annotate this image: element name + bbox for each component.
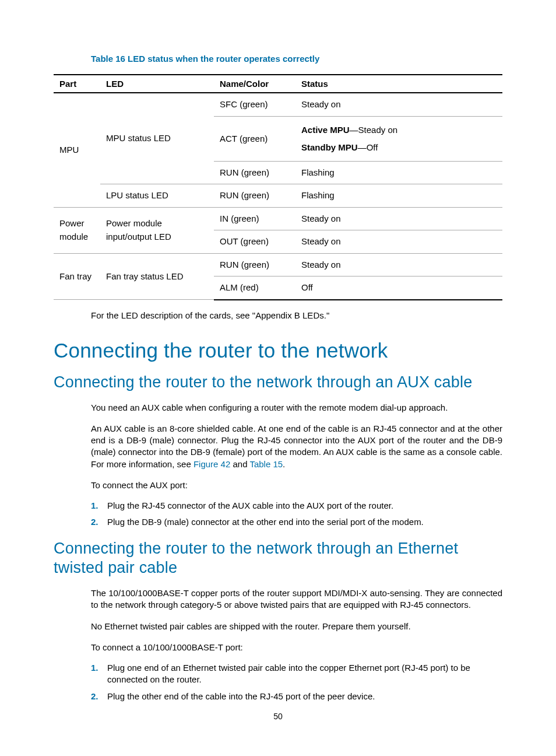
cell-led-power: Power module input/output LED (100, 207, 214, 253)
cell-status: Active MPU—Steady on Standby MPU—Off (295, 116, 502, 161)
table-row: Power module Power module input/output L… (54, 207, 502, 230)
cell-led-fan: Fan tray status LED (100, 253, 214, 300)
list-item: Plug the DB-9 (male) connector at the ot… (91, 516, 502, 528)
list-item: Plug the RJ-45 connector of the AUX cabl… (91, 500, 502, 512)
link-figure-42[interactable]: Figure 42 (193, 459, 230, 469)
note-suffix: ." (324, 310, 330, 320)
eth-para-3: To connect a 10/100/1000BASE-T port: (91, 642, 502, 653)
led-status-table: Part LED Name/Color Status MPU MPU statu… (54, 74, 502, 300)
cell-status: Flashing (295, 184, 502, 208)
aux-p2-c: . (283, 459, 285, 469)
cell-status: Off (295, 276, 502, 300)
cell-name: RUN (green) (214, 161, 295, 184)
eth-steps: Plug one end of an Ethernet twisted pair… (91, 662, 502, 702)
th-status: Status (295, 75, 502, 93)
aux-para-2: An AUX cable is an 8-core shielded cable… (91, 423, 502, 470)
section-heading-connecting: Connecting the router to the network (54, 339, 502, 362)
cell-name: SFC (green) (214, 93, 295, 116)
cell-led-lpu: LPU status LED (100, 184, 214, 208)
aux-p2-a: An AUX cable is an 8-core shielded cable… (91, 424, 502, 469)
subsection-heading-aux: Connecting the router to the network thr… (54, 373, 502, 393)
note-prefix: For the LED description of the cards, se… (91, 310, 255, 320)
cell-status: Flashing (295, 161, 502, 184)
th-name: Name/Color (214, 75, 295, 93)
subsection-heading-ethernet: Connecting the router to the network thr… (54, 539, 502, 579)
cell-name: OUT (green) (214, 230, 295, 254)
cell-led-mpu: MPU status LED (100, 93, 214, 184)
cell-status: Steady on (295, 253, 502, 276)
cell-status: Steady on (295, 230, 502, 254)
cell-part-fan: Fan tray (54, 253, 100, 300)
table-row: MPU MPU status LED SFC (green) Steady on (54, 93, 502, 116)
active-mpu-value: —Steady on (350, 125, 398, 135)
cell-name: RUN (green) (214, 184, 295, 208)
table-header-row: Part LED Name/Color Status (54, 75, 502, 93)
cell-name: ACT (green) (214, 116, 295, 161)
document-page: Table 16 LED status when the router oper… (0, 0, 556, 756)
cell-part-power: Power module (54, 207, 100, 253)
eth-para-2: No Ethernet twisted pair cables are ship… (91, 621, 502, 632)
aux-steps: Plug the RJ-45 connector of the AUX cabl… (91, 500, 502, 528)
table-row: LPU status LED RUN (green) Flashing (54, 184, 502, 208)
after-table-note: For the LED description of the cards, se… (91, 310, 502, 321)
cell-name: IN (green) (214, 207, 295, 230)
aux-para-3: To connect the AUX port: (91, 480, 502, 491)
table-row: Fan tray Fan tray status LED RUN (green)… (54, 253, 502, 276)
aux-p2-b: and (230, 459, 249, 469)
aux-para-1: You need an AUX cable when configuring a… (91, 402, 502, 414)
eth-para-1: The 10/100/1000BASE-T copper ports of th… (91, 587, 502, 611)
cell-name: ALM (red) (214, 276, 295, 300)
standby-mpu-value: —Off (358, 142, 378, 152)
table-caption: Table 16 LED status when the router oper… (91, 54, 502, 64)
cell-name: RUN (green) (214, 253, 295, 276)
standby-mpu-label: Standby MPU (301, 142, 358, 152)
cell-status: Steady on (295, 207, 502, 230)
list-item: Plug one end of an Ethernet twisted pair… (91, 662, 502, 686)
appendix-ref: Appendix B LEDs (255, 310, 324, 320)
cell-part-mpu: MPU (54, 93, 100, 207)
link-table-15[interactable]: Table 15 (249, 459, 283, 469)
cell-status: Steady on (295, 93, 502, 116)
list-item: Plug the other end of the cable into the… (91, 691, 502, 702)
th-part: Part (54, 75, 100, 93)
th-led: LED (100, 75, 214, 93)
active-mpu-label: Active MPU (301, 125, 350, 135)
page-number: 50 (0, 712, 556, 721)
